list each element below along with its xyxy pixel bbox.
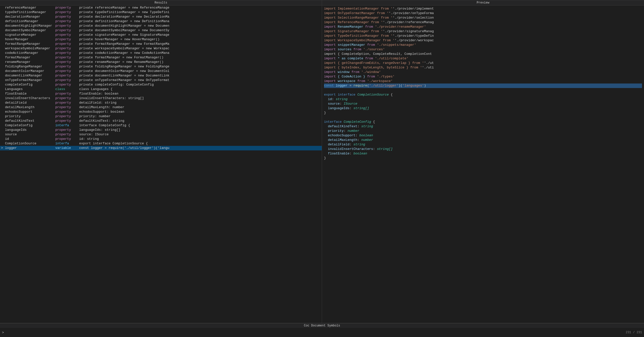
result-row[interactable]: invalidInsertCharacterspropertyinvalidIn… <box>0 96 322 101</box>
results-panel: Results referenceManagerpropertyprivate … <box>0 0 322 323</box>
result-name: definitionManager <box>5 19 55 23</box>
result-row[interactable]: renameManagerpropertyprivate renameManag… <box>0 60 322 64</box>
preview-content: import ImplementationManager from ''./pr… <box>322 6 644 323</box>
preview-line: invalidInsertCharacters: string[] <box>324 147 642 151</box>
result-row[interactable]: documentHighlightManagerpropertyprivate … <box>0 24 322 28</box>
preview-line: echodocSupport: boolean <box>324 133 642 138</box>
result-row[interactable]: foldingRangeManagerpropertyprivate foldi… <box>0 64 322 69</box>
result-kind: class <box>55 87 79 91</box>
result-detail: private formatRangeManager = new FormatR… <box>79 42 321 46</box>
preview-line: detailField: string <box>324 142 642 147</box>
result-row[interactable]: CompleteConfiginterfainterface CompleteC… <box>0 123 322 128</box>
result-detail: invalidInsertCharacters: string[] <box>79 96 321 100</box>
result-name: defaultKindText <box>5 119 55 123</box>
result-detail: private typeDefinitionManager = new Type… <box>79 10 321 14</box>
result-detail: floatEnable: boolean <box>79 92 321 96</box>
preview-line: import WorkspaceSymbolManager from ''./p… <box>324 38 642 43</box>
result-row[interactable]: codeActionManagerpropertyprivate codeAct… <box>0 51 322 55</box>
result-detail: interface CompleteConfig { <box>79 123 321 127</box>
result-kind: property <box>55 83 79 87</box>
result-detail: private hoverManager = new HoverManager(… <box>79 37 321 41</box>
result-row[interactable]: detailMaxLengthpropertydetailMaxLength: … <box>0 105 322 110</box>
row-arrow <box>1 56 5 59</box>
row-arrow <box>1 105 5 109</box>
result-row[interactable]: Languagesclassclass Languages { <box>0 87 322 92</box>
result-row[interactable]: idpropertyid: string <box>0 137 322 141</box>
preview-line: detailMaxLength: number <box>324 138 642 142</box>
result-detail: private onTypeFormatManager = new OnType… <box>79 78 321 82</box>
bottom-prompt: > <box>2 331 4 334</box>
main-area: Results referenceManagerpropertyprivate … <box>0 0 644 323</box>
result-kind: property <box>55 65 79 68</box>
result-kind: property <box>55 42 79 46</box>
preview-line: import SignatureManager from ''./provide… <box>324 29 642 34</box>
result-row[interactable]: detailFieldpropertydetailField: string <box>0 101 322 105</box>
result-name: Languages <box>5 87 55 91</box>
result-name: formatRangeManager <box>5 42 55 46</box>
result-name: onTypeFormatManager <box>5 78 55 82</box>
bottom-panel-title: Coc Document Symbols <box>0 323 644 328</box>
results-list[interactable]: referenceManagerpropertyprivate referenc… <box>0 6 322 323</box>
row-arrow <box>1 10 5 14</box>
preview-title: Preview <box>322 0 644 6</box>
result-row[interactable]: floatEnablepropertyfloatEnable: boolean <box>0 92 322 96</box>
result-row[interactable]: workspaceSymbolsManagerpropertyprivate w… <box>0 46 322 51</box>
preview-line: defaultKindText: string <box>324 124 642 129</box>
preview-line: import { CodeAction } from './types' <box>324 74 642 79</box>
result-row[interactable]: definitionManagerpropertyprivate definit… <box>0 19 322 24</box>
row-arrow <box>1 78 5 82</box>
preview-line: } <box>324 111 642 115</box>
result-row[interactable]: completeConfigpropertyprivate completeCo… <box>0 82 322 87</box>
result-kind: variable <box>55 146 79 150</box>
result-row[interactable]: languageIdspropertylanguageIds: string[] <box>0 128 322 132</box>
result-detail: echodocSupport: boolean <box>79 110 321 114</box>
preview-line: import OnTypeFormatManager from ''./prov… <box>324 11 642 16</box>
result-row[interactable]: echodocSupportpropertyechodocSupport: bo… <box>0 110 322 114</box>
row-arrow <box>1 24 5 28</box>
row-arrow <box>1 133 5 136</box>
row-arrow <box>1 65 5 68</box>
result-kind: property <box>55 105 79 109</box>
result-row[interactable]: sourcepropertysource: ISource <box>0 132 322 137</box>
result-row[interactable]: >loggervariableconst logger = require('.… <box>0 146 322 150</box>
bottom-counter: 231 / 231 <box>626 331 642 334</box>
result-name: detailField <box>5 101 55 105</box>
row-arrow <box>1 51 5 55</box>
result-row[interactable]: CompletionSourceinterfaexport interface … <box>0 141 322 146</box>
result-row[interactable]: signatureManagerpropertyprivate signatur… <box>0 33 322 37</box>
bottom-input[interactable] <box>6 331 626 334</box>
result-row[interactable]: formatManagerpropertyprivate formatManag… <box>0 55 322 60</box>
result-kind: property <box>55 6 79 10</box>
result-row[interactable]: defaultKindTextpropertydefaultKindText: … <box>0 119 322 123</box>
result-row[interactable]: declarationManagerpropertyprivate declar… <box>0 15 322 19</box>
row-arrow <box>1 33 5 37</box>
preview-line: export interface CompletionSource { <box>324 93 642 97</box>
result-kind: property <box>55 96 79 100</box>
result-name: renameManager <box>5 60 55 64</box>
preview-line: languageIds: string[] <box>324 106 642 111</box>
bottom-panel: Coc Document Symbols > 231 / 231 <box>0 323 644 337</box>
preview-line: import snippetManager from './snippets/m… <box>324 43 642 47</box>
result-kind: property <box>55 78 79 82</box>
result-kind: property <box>55 69 79 73</box>
row-arrow <box>1 37 5 41</box>
result-kind: interfa <box>55 123 79 127</box>
result-row[interactable]: onTypeFormatManagerpropertyprivate onTyp… <box>0 78 322 82</box>
result-name: id <box>5 137 55 141</box>
row-arrow <box>1 96 5 100</box>
row-arrow <box>1 47 5 50</box>
result-row[interactable]: documentColorManagerpropertyprivate docu… <box>0 69 322 73</box>
result-row[interactable]: documentSymbolManagerpropertyprivate doc… <box>0 28 322 33</box>
preview-line: } <box>324 156 642 160</box>
result-row[interactable]: documentLinkManagerpropertyprivate docum… <box>0 73 322 78</box>
result-name: CompleteConfig <box>5 123 55 127</box>
result-row[interactable]: formatRangeManagerpropertyprivate format… <box>0 42 322 46</box>
result-detail: private formatManager = new FormatManage… <box>79 56 321 59</box>
preview-line: priority: number <box>324 129 642 133</box>
result-row[interactable]: referenceManagerpropertyprivate referenc… <box>0 6 322 10</box>
result-row[interactable]: hoverManagerpropertyprivate hoverManager… <box>0 37 322 42</box>
result-row[interactable]: prioritypropertypriority: number <box>0 114 322 119</box>
row-arrow <box>1 28 5 32</box>
result-row[interactable]: typeDefinitionManagerpropertyprivate typ… <box>0 10 322 15</box>
row-arrow <box>1 15 5 19</box>
